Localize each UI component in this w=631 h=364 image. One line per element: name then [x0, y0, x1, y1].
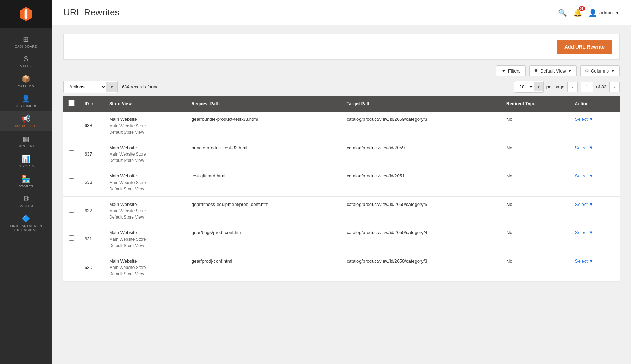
sidebar-item-sales[interactable]: $ SALES — [0, 51, 52, 71]
row-check-cell[interactable] — [63, 168, 80, 197]
row-request-path-cell: gear/prodj-conf.html — [187, 253, 342, 282]
store-view-main: Main Website — [109, 144, 182, 151]
page-number-input[interactable] — [581, 82, 593, 92]
row-checkbox[interactable] — [69, 150, 74, 156]
columns-dropdown-icon: ▼ — [611, 68, 615, 74]
th-store-view: Store View — [104, 96, 187, 112]
row-request-path-cell: gear/fitness-equipment/prodj-conf.html — [187, 196, 342, 225]
sidebar-item-customers[interactable]: 👤 CUSTOMERS — [0, 91, 52, 111]
view-dropdown-icon: ▼ — [568, 68, 572, 74]
sidebar-item-marketing[interactable]: 📢 MARKETING — [0, 111, 52, 131]
search-icon[interactable]: 🔍 — [558, 8, 567, 17]
per-page-select-wrapper: 20 ▼ — [514, 81, 544, 93]
sidebar-item-stores[interactable]: 🏪 STORES — [0, 171, 52, 191]
store-view-sub2: Default Store View — [109, 214, 182, 220]
th-checkbox[interactable] — [63, 96, 80, 112]
row-target-path-cell: catalog/product/view/id/2051 — [342, 168, 502, 197]
row-check-cell[interactable] — [63, 140, 80, 168]
row-target-path-cell: catalog/product/view/id/2050/category/4 — [342, 225, 502, 253]
sidebar-label-content: CONTENT — [17, 144, 35, 148]
filter-icon: ▼ — [501, 68, 506, 74]
sidebar: ⊞ DASHBOARD $ SALES 📦 CATALOG 👤 CUSTOMER… — [0, 0, 52, 364]
row-select-link[interactable]: Select ▼ — [575, 144, 615, 151]
th-id[interactable]: ID ↑ — [80, 96, 104, 112]
sidebar-label-system: SYSTEM — [19, 204, 33, 208]
th-target-path: Target Path — [342, 96, 502, 112]
user-icon: 👤 — [588, 8, 597, 17]
notification-bell[interactable]: 🔔 39 — [573, 8, 582, 17]
table-row: 633 Main Website Main Website Store Defa… — [63, 168, 620, 197]
columns-button[interactable]: ⚙ Columns ▼ — [580, 65, 620, 76]
row-request-path-cell: test-giftcard.html — [187, 168, 342, 197]
store-view-sub1: Main Website Store — [109, 208, 182, 214]
sidebar-label-dashboard: DASHBOARD — [15, 45, 37, 49]
actions-dropdown[interactable]: Actions — [64, 81, 106, 93]
row-check-cell[interactable] — [63, 196, 80, 225]
row-action-cell[interactable]: Select ▼ — [570, 225, 620, 253]
store-view-main: Main Website — [109, 258, 182, 265]
actions-row: Actions ▼ 634 records found 20 ▼ per pag… — [63, 81, 620, 93]
store-view-sub2: Default Store View — [109, 186, 182, 192]
row-select-link[interactable]: Select ▼ — [575, 229, 615, 236]
row-select-link[interactable]: Select ▼ — [575, 116, 615, 123]
row-check-cell[interactable] — [63, 112, 80, 140]
next-page-button[interactable]: › — [609, 82, 620, 92]
row-action-cell[interactable]: Select ▼ — [570, 168, 620, 197]
row-check-cell[interactable] — [63, 253, 80, 282]
row-action-cell[interactable]: Select ▼ — [570, 253, 620, 282]
row-select-link[interactable]: Select ▼ — [575, 201, 615, 208]
row-select-link[interactable]: Select ▼ — [575, 172, 615, 180]
select-all-checkbox[interactable] — [68, 100, 75, 106]
store-view-main: Main Website — [109, 116, 182, 123]
store-view-sub2: Default Store View — [109, 271, 182, 277]
sidebar-item-system[interactable]: ⚙ SYSTEM — [0, 191, 52, 211]
select-dropdown-icon: ▼ — [589, 144, 593, 151]
row-action-cell[interactable]: Select ▼ — [570, 196, 620, 225]
store-view-main: Main Website — [109, 201, 182, 208]
row-action-cell[interactable]: Select ▼ — [570, 112, 620, 140]
columns-label: Columns — [591, 68, 609, 74]
filters-button[interactable]: ▼ Filters — [496, 65, 526, 76]
sidebar-item-content[interactable]: ▦ CONTENT — [0, 131, 52, 151]
row-checkbox[interactable] — [69, 264, 74, 269]
row-checkbox[interactable] — [69, 207, 74, 213]
row-store-view-cell: Main Website Main Website Store Default … — [104, 112, 187, 140]
actions-select-wrapper: Actions ▼ — [63, 81, 118, 93]
row-action-cell[interactable]: Select ▼ — [570, 140, 620, 168]
sidebar-label-marketing: MARKETING — [15, 124, 37, 128]
prev-page-button[interactable]: ‹ — [567, 82, 578, 92]
store-view-sub1: Main Website Store — [109, 236, 182, 243]
row-store-view-cell: Main Website Main Website Store Default … — [104, 168, 187, 197]
row-select-link[interactable]: Select ▼ — [575, 258, 615, 265]
row-checkbox[interactable] — [69, 122, 74, 127]
sidebar-logo — [0, 0, 52, 28]
row-target-path-cell: catalog/product/view/id/2059 — [342, 140, 502, 168]
table-row: 632 Main Website Main Website Store Defa… — [63, 196, 620, 225]
store-view-main: Main Website — [109, 229, 182, 236]
add-url-rewrite-button[interactable]: Add URL Rewrite — [557, 40, 612, 54]
th-request-path: Request Path — [187, 96, 342, 112]
per-page-arrow: ▼ — [534, 82, 543, 91]
select-dropdown-icon: ▼ — [589, 172, 593, 180]
admin-user-menu[interactable]: 👤 admin ▼ — [588, 8, 620, 17]
actions-dropdown-arrow[interactable]: ▼ — [106, 82, 117, 92]
sidebar-item-reports[interactable]: 📊 REPORTS — [0, 151, 52, 171]
partners-icon: 🔷 — [21, 214, 31, 223]
row-check-cell[interactable] — [63, 225, 80, 253]
sidebar-item-partners[interactable]: 🔷 FIND PARTNERS & EXTENSIONS — [0, 211, 52, 238]
svg-rect-3 — [25, 9, 27, 19]
row-checkbox[interactable] — [69, 235, 74, 241]
sidebar-item-catalog[interactable]: 📦 CATALOG — [0, 71, 52, 91]
row-request-path-cell: gear/bundle-product-test-33.html — [187, 112, 342, 140]
store-view-sub1: Main Website Store — [109, 264, 182, 271]
page-total: 32 — [601, 84, 606, 89]
sidebar-item-dashboard[interactable]: ⊞ DASHBOARD — [0, 31, 52, 51]
magento-logo-icon — [18, 6, 34, 22]
row-redirect-type-cell: No — [501, 196, 570, 225]
row-redirect-type-cell: No — [501, 225, 570, 253]
grid-controls: ▼ Filters 👁 Default View ▼ ⚙ Columns ▼ — [63, 65, 620, 76]
default-view-button[interactable]: 👁 Default View ▼ — [529, 65, 577, 76]
per-page-dropdown[interactable]: 20 — [514, 81, 534, 92]
actions-left: Actions ▼ 634 records found — [63, 81, 159, 93]
row-checkbox[interactable] — [69, 178, 74, 184]
